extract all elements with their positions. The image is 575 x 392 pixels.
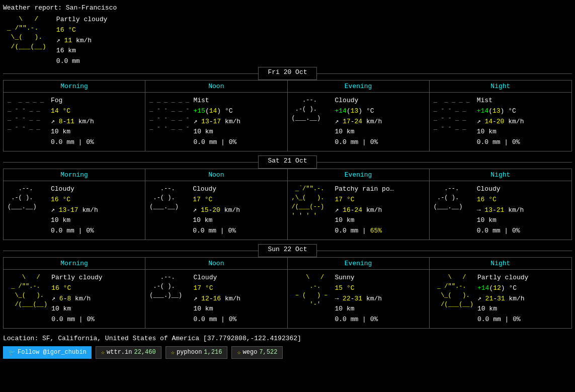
star-icon-wttr: ☆ <box>101 349 105 356</box>
period-cells-sun: \ / _ /"".-. \_( ). /(___(__) Partly clo… <box>4 270 571 328</box>
wttr-button[interactable]: ☆ wttr.in 22,460 <box>96 346 161 359</box>
data-noon-sat: Cloudy 17 °C ↗ 15-20 km/h 10 km 0.0 mm |… <box>193 184 240 237</box>
period-header-noon-sat: Noon <box>145 169 287 181</box>
current-weather: \ / _ /"".-. \_( ). /(___(__) Partly clo… <box>3 15 572 67</box>
period-header-night-fri: Night <box>430 81 571 92</box>
pyphoon-label: pyphoon <box>177 349 202 356</box>
twitter-button[interactable]: 🐦 Follow @igor_chubin <box>3 346 92 359</box>
day-section-sat: Sat 21 Oct Morning Noon Evening Night .-… <box>3 155 572 240</box>
data-evening-sat: Patchy rain po… 17 °C ↗ 16-24 km/h 10 km… <box>335 184 394 237</box>
period-header-morning-sun: Morning <box>4 258 145 269</box>
period-header-evening-fri: Evening <box>288 81 430 92</box>
period-noon-sun: .--. .-( ). (___.)__) Cloudy 17 °C ↗ 12-… <box>145 270 287 328</box>
data-night-sun: Partly cloudy +14(12) °C ↗ 21-31 km/h 10… <box>477 273 528 325</box>
period-header-evening-sat: Evening <box>288 169 430 181</box>
wttr-count: 22,460 <box>134 349 155 356</box>
footer-location: Location: SF, California, United States … <box>3 333 572 344</box>
ascii-night-fri: _ _ _ _ _ _ - - _ _ _ - - _ _ _ - - _ _ <box>434 96 473 132</box>
day-label-fri: Fri 20 Oct <box>258 67 316 80</box>
period-headers-sat: Morning Noon Evening Night <box>4 169 571 181</box>
star-icon-wego: ☆ <box>237 349 240 356</box>
period-headers-fri: Morning Noon Evening Night <box>4 81 571 93</box>
day-grid-sat: Morning Noon Evening Night .--. .-( ). (… <box>3 169 572 240</box>
data-evening-sun: Sunny 15 °C → 22-31 km/h 10 km 0.0 mm | … <box>335 273 382 325</box>
data-night-fri: Mist +14(13) °C ↗ 14-20 km/h 10 km 0.0 m… <box>477 96 524 148</box>
period-night-fri: _ _ _ _ _ _ - - _ _ _ - - _ _ _ - - _ _ … <box>430 93 571 151</box>
period-evening-sun: \ / .-. – ( ) – '-' Sunny 15 °C → 22-31 … <box>288 270 430 328</box>
wego-count: 7,522 <box>259 349 277 356</box>
period-morning-sun: \ / _ /"".-. \_( ). /(___(__) Partly clo… <box>4 270 145 328</box>
data-noon-sun: Cloudy 17 °C ↗ 12-16 km/h 10 km 0.0 mm |… <box>193 273 240 325</box>
ascii-noon-sat: .--. .-( ). (___.__) <box>149 184 189 211</box>
data-morning-sat: Cloudy 16 °C ↗ 13-17 km/h 10 km 0.0 mm |… <box>51 184 98 237</box>
day-label-sat: Sat 21 Oct <box>258 155 316 169</box>
ascii-night-sat: .--. .-( ). (___.__) <box>434 184 473 211</box>
day-section-fri: Fri 20 Oct Morning Noon Evening Night _ … <box>3 67 572 151</box>
ascii-evening-sun: \ / .-. – ( ) – '-' <box>292 273 331 309</box>
ascii-morning-sun: \ / _ /"".-. \_( ). /(___(__) <box>8 273 47 309</box>
ascii-evening-fri: .--. .-( ). (___.__) <box>292 96 331 123</box>
period-night-sat: .--. .-( ). (___.__) Cloudy 16 °C → 13-2… <box>430 181 571 240</box>
period-cells-fri: _ _ _ _ _ _ - - _ _ _ - - _ _ _ - - _ _ … <box>4 93 571 151</box>
star-icon-pyphoon: ☆ <box>171 349 175 356</box>
period-noon-fri: _ _ _ _ _ _ _ - - _ _ - _ - - _ _ - _ - … <box>145 93 287 151</box>
period-night-sun: \ / _ /"".-. \_( ). /(___(__) Partly clo… <box>430 270 571 328</box>
period-header-night-sun: Night <box>430 258 571 269</box>
ascii-morning-fri: _ _ _ _ _ _ - - _ _ _ - - _ _ _ - - _ _ <box>8 96 47 132</box>
day-grid-sun: Morning Noon Evening Night \ / _ /"".-. … <box>3 257 572 329</box>
period-headers-sun: Morning Noon Evening Night <box>4 258 571 270</box>
data-night-sat: Cloudy 16 °C → 13-21 km/h 10 km 0.0 mm |… <box>477 184 524 237</box>
ascii-evening-sat: _`/"".-. ,\_( ). /(___(--) ' ' ' ' <box>292 184 331 220</box>
day-label-sun: Sun 22 Oct <box>258 244 316 257</box>
twitter-icon: 🐦 <box>8 349 16 356</box>
period-header-noon-fri: Noon <box>145 81 287 92</box>
period-noon-sat: .--. .-( ). (___.__) Cloudy 17 °C ↗ 15-2… <box>145 181 287 240</box>
twitter-label: Follow @igor_chubin <box>18 349 87 356</box>
day-grid-fri: Morning Noon Evening Night _ _ _ _ _ _ -… <box>3 80 572 151</box>
data-morning-sun: Partly cloudy 16 °C ↗ 6-8 km/h 10 km 0.0… <box>51 273 102 325</box>
ascii-morning-sat: .--. .-( ). (___.__) <box>8 184 47 211</box>
current-ascii: \ / _ /"".-. \_( ). /(___(__) <box>3 15 46 67</box>
header-title: Weather report: San-Francisco <box>3 4 572 12</box>
data-noon-fri: Mist +15(14) °C ↗ 13-17 km/h 10 km 0.0 m… <box>193 96 240 148</box>
pyphoon-button[interactable]: ☆ pyphoon 1,216 <box>166 346 228 359</box>
footer-buttons: 🐦 Follow @igor_chubin ☆ wttr.in 22,460 ☆… <box>3 344 572 361</box>
period-cells-sat: .--. .-( ). (___.__) Cloudy 16 °C ↗ 13-1… <box>4 181 571 240</box>
period-morning-sat: .--. .-( ). (___.__) Cloudy 16 °C ↗ 13-1… <box>4 181 145 240</box>
pyphoon-count: 1,216 <box>204 349 222 356</box>
ascii-noon-sun: .--. .-( ). (___.)__) <box>149 273 189 300</box>
ascii-night-sun: \ / _ /"".-. \_( ). /(___(__) <box>434 273 473 309</box>
period-header-evening-sun: Evening <box>288 258 430 269</box>
current-info: Partly cloudy 16 °C ↗ 11 km/h 16 km 0.0 … <box>56 15 107 67</box>
period-header-morning-sat: Morning <box>4 169 145 181</box>
main-container: Weather report: San-Francisco \ / _ /"".… <box>0 0 575 365</box>
wttr-label: wttr.in <box>107 349 132 356</box>
ascii-noon-fri: _ _ _ _ _ _ _ - - _ _ - _ - - _ _ - _ - … <box>149 96 189 132</box>
period-header-night-sat: Night <box>430 169 571 181</box>
data-morning-fri: Fog 14 °C ↗ 8-11 km/h 10 km 0.0 mm | 0% <box>51 96 94 148</box>
period-evening-sat: _`/"".-. ,\_( ). /(___(--) ' ' ' ' Patch… <box>288 181 430 240</box>
wego-label: wego <box>243 349 258 356</box>
day-header-fri: Fri 20 Oct <box>3 67 572 80</box>
wego-button[interactable]: ☆ wego 7,522 <box>231 346 283 359</box>
period-morning-fri: _ _ _ _ _ _ - - _ _ _ - - _ _ _ - - _ _ … <box>4 93 145 151</box>
data-evening-fri: Cloudy +14(13) °C ↗ 17-24 km/h 10 km 0.0… <box>335 96 382 148</box>
day-section-sun: Sun 22 Oct Morning Noon Evening Night \ … <box>3 244 572 329</box>
period-header-noon-sun: Noon <box>145 258 287 269</box>
day-header-sun: Sun 22 Oct <box>3 244 572 257</box>
day-header-sat: Sat 21 Oct <box>3 155 572 169</box>
period-evening-fri: .--. .-( ). (___.__) Cloudy +14(13) °C ↗… <box>288 93 430 151</box>
period-header-morning-fri: Morning <box>4 81 145 92</box>
